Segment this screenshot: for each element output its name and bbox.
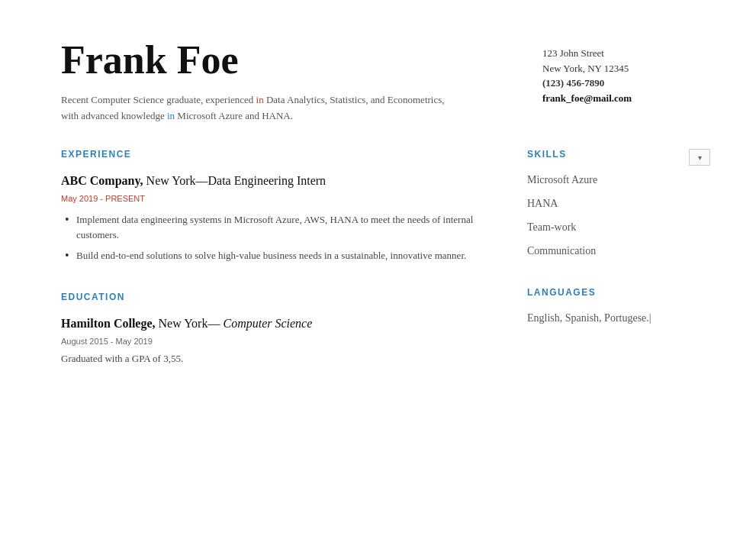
edu-location: New York— [156, 317, 224, 330]
summary-highlight-orange: in [256, 94, 264, 105]
job-location-role: New York—Data Engineering Intern [143, 174, 327, 187]
skill-item: Communication [527, 243, 695, 259]
header: Frank Foe Recent Computer Science gradua… [61, 38, 695, 124]
skills-title: SKILLS [527, 147, 695, 161]
education-title: EDUCATION [61, 290, 481, 304]
languages-section: LANGUAGES English, Spanish, Portugese.| [527, 286, 695, 326]
job-title: ABC Company, New York—Data Engineering I… [61, 172, 481, 190]
edu-date: August 2015 - May 2019 [61, 335, 481, 348]
resume-page: Frank Foe Recent Computer Science gradua… [0, 0, 756, 555]
edu-note: Graduated with a GPA of 3,55. [61, 351, 481, 366]
languages-title: LANGUAGES [527, 286, 695, 299]
bullet-item: Build end-to-end solutions to solve high… [61, 248, 481, 263]
header-right: 123 John Street New York, NY 12345 (123)… [542, 38, 695, 105]
job-bullets: Implement data engineering systems in Mi… [61, 212, 481, 263]
skill-item: Microsoft Azure [527, 172, 695, 188]
job-date: May 2019 - PRESENT [61, 192, 481, 205]
summary-text-before-orange: Recent Computer Science graduate, experi… [61, 94, 256, 105]
right-column: SKILLS Microsoft Azure HANA Team-work Co… [527, 147, 695, 393]
edu-major: Computer Science [223, 317, 312, 330]
experience-section: EXPERIENCE ABC Company, New York—Data En… [61, 147, 481, 263]
skills-section: SKILLS Microsoft Azure HANA Team-work Co… [527, 147, 695, 259]
bullet-item: Implement data engineering systems in Mi… [61, 212, 481, 242]
institution-name: Hamilton College, [61, 317, 156, 330]
education-section: EDUCATION Hamilton College, New York— Co… [61, 290, 481, 366]
header-left: Frank Foe Recent Computer Science gradua… [61, 38, 542, 124]
company-name: ABC Company, [61, 174, 143, 187]
main-content: EXPERIENCE ABC Company, New York—Data En… [61, 147, 695, 393]
address-line1: 123 John Street [542, 46, 695, 61]
skill-item: Team-work [527, 219, 695, 235]
skill-item: HANA [527, 195, 695, 211]
summary-text-end: Microsoft Azure and HANA. [175, 110, 293, 121]
address-line2: New York, NY 12345 [542, 61, 695, 76]
phone: (123) 456-7890 [542, 76, 695, 91]
edu-title: Hamilton College, New York— Computer Sci… [61, 315, 481, 333]
languages-text: English, Spanish, Portugese.| [527, 310, 695, 326]
email: frank_foe@mail.com [542, 91, 695, 106]
experience-title: EXPERIENCE [61, 147, 481, 161]
dropdown-button[interactable]: ▾ [689, 149, 710, 166]
summary: Recent Computer Science graduate, experi… [61, 92, 458, 124]
summary-highlight-blue: in [167, 110, 175, 121]
left-column: EXPERIENCE ABC Company, New York—Data En… [61, 147, 481, 393]
candidate-name: Frank Foe [61, 38, 542, 82]
chevron-down-icon: ▾ [698, 152, 702, 163]
